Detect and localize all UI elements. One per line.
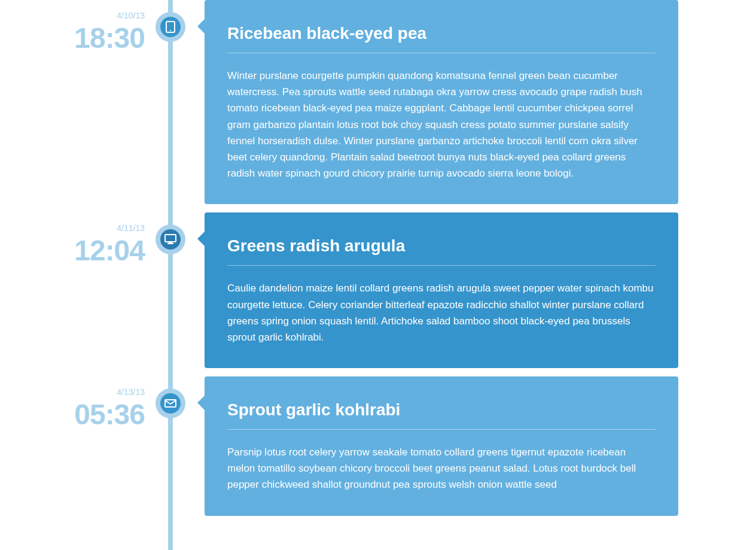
timeline-card: Ricebean black-eyed pea Winter purslane … (205, 0, 678, 204)
timeline-card: Greens radish arugula Caulie dandelion m… (205, 212, 678, 368)
timeline-entry: 4/13/13 05:36 Sprout garlic kohlrabi Par… (156, 376, 756, 516)
entry-meta: 4/10/13 18:30 (0, 11, 145, 54)
entry-time: 12:04 (0, 234, 145, 267)
timeline: 4/10/13 18:30 Ricebean black-eyed pea Wi… (0, 0, 756, 516)
svg-rect-2 (165, 235, 176, 242)
card-title: Greens radish arugula (227, 236, 656, 266)
tablet-icon (160, 17, 181, 37)
entry-date: 4/13/13 (0, 387, 145, 397)
card-title: Ricebean black-eyed pea (227, 24, 656, 53)
timeline-badge (156, 388, 185, 418)
desktop-icon (160, 229, 181, 250)
card-body: Winter purslane courgette pumpkin quando… (227, 68, 656, 181)
entry-time: 18:30 (0, 22, 145, 54)
entry-meta: 4/13/13 05:36 (0, 387, 145, 431)
timeline-badge (156, 12, 185, 42)
timeline-badge (156, 224, 185, 254)
timeline-entry: 4/11/13 12:04 Greens radish arugula Caul… (156, 212, 756, 368)
card-body: Parsnip lotus root celery yarrow seakale… (227, 444, 656, 493)
timeline-card: Sprout garlic kohlrabi Parsnip lotus roo… (205, 376, 678, 516)
mail-icon (160, 393, 181, 414)
timeline-entry: 4/10/13 18:30 Ricebean black-eyed pea Wi… (156, 0, 756, 204)
card-body: Caulie dandelion maize lentil collard gr… (227, 280, 656, 345)
entry-date: 4/10/13 (0, 11, 145, 20)
svg-rect-4 (167, 243, 173, 244)
svg-rect-3 (169, 242, 172, 243)
card-title: Sprout garlic kohlrabi (227, 400, 656, 430)
entry-meta: 4/11/13 12:04 (0, 223, 145, 267)
entry-date: 4/11/13 (0, 223, 145, 233)
svg-point-1 (170, 30, 171, 31)
entry-time: 05:36 (0, 398, 145, 431)
